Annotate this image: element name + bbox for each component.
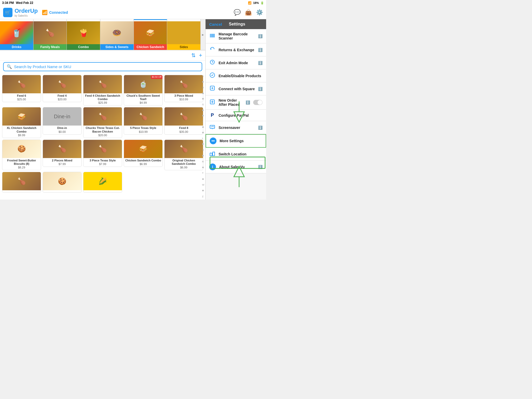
svg-rect-6: [214, 34, 215, 37]
category-label-combo: Combo: [67, 44, 100, 50]
settings-item-more-settings[interactable]: More Settings: [206, 134, 266, 148]
settings-title: Settings: [229, 22, 245, 27]
returns-info-icon[interactable]: ℹ️: [258, 48, 262, 52]
category-tabs: 🥤 Drinks 🍗 Family Meals 🍟 Combo 🍩: [0, 19, 205, 50]
settings-item-switch-location[interactable]: Switch Location: [206, 148, 266, 161]
svg-rect-17: [213, 152, 215, 156]
product-card-xl-chicken[interactable]: 🥪 XL Chicken Sandwich Combo $9.99: [2, 107, 41, 138]
app-subtitle: by SalesVu: [15, 14, 38, 17]
product-card-chicken-sandwich-combo[interactable]: 🥪 Chicken Sandwich Combo $6.99: [124, 140, 163, 170]
category-tab-sides-sweets[interactable]: 🍩 Sides & Sweets: [100, 19, 134, 50]
category-tab-sides[interactable]: Sides: [167, 19, 201, 50]
about-info-icon[interactable]: ℹ️: [258, 165, 262, 169]
returns-label: Returns & Exchange: [219, 48, 255, 52]
svg-rect-5: [214, 34, 214, 37]
svg-point-15: [214, 140, 215, 141]
product-card-2piece-mixed[interactable]: 🍗 2 Pieces Mixed $7.99: [43, 140, 82, 170]
product-card-frosted-biscuits[interactable]: 🍪 Frosted Sweet-Butter Biscuits (8) $8.2…: [2, 140, 41, 170]
logo-area: 🛒 OrderUp by SalesVu: [3, 8, 38, 17]
product-card-dine-in[interactable]: Dine-in Dine-in $0.00: [43, 107, 82, 138]
enable-products-label: Enable/Disable Products: [219, 74, 262, 78]
status-bar: 3:34 PM Wed Feb 22 📶 18% 🔋: [0, 0, 266, 6]
app-name: OrderUp: [15, 8, 38, 14]
paypal-icon: P: [209, 113, 215, 118]
settings-item-about[interactable]: i About SalesVu ℹ️: [206, 161, 266, 173]
product-card-feed4[interactable]: 🍗 Feed 4 $20.00: [43, 75, 82, 106]
svg-marker-7: [211, 48, 212, 50]
product-card-3piece-texas[interactable]: 🍗 3 Piece Texas Style $7.99: [83, 140, 122, 170]
left-panel: 🥤 Drinks 🍗 Family Meals 🍟 Combo 🍩: [0, 19, 205, 200]
product-card-extra1[interactable]: 🍗: [2, 172, 41, 193]
battery-display: 18%: [253, 1, 259, 4]
screensaver-icon: [209, 124, 215, 131]
category-tab-chicken-sandwich[interactable]: 🥪 Chicken Sandwich: [134, 19, 167, 50]
new-order-toggle[interactable]: [253, 100, 262, 105]
settings-item-exit-admin[interactable]: Exit Admin Mode ℹ️: [206, 56, 266, 69]
barcode-info-icon[interactable]: ℹ️: [258, 34, 262, 38]
switch-location-label: Switch Location: [219, 152, 262, 156]
connection-status: 📶 Connected: [42, 10, 68, 15]
category-label-sides: Sides: [167, 44, 200, 50]
settings-item-returns[interactable]: Returns & Exchange ℹ️: [206, 43, 266, 56]
chat-icon[interactable]: 💬: [234, 9, 241, 16]
connect-square-icon: [209, 85, 215, 92]
category-tab-combo[interactable]: 🍟 Combo: [67, 19, 100, 50]
wallet-icon[interactable]: 👜: [245, 9, 252, 16]
settings-list: Manage Barcode Scanner ℹ️ Returns & Exch…: [206, 29, 266, 200]
svg-point-14: [213, 140, 214, 141]
svg-rect-1: [211, 34, 211, 37]
paypal-label: Configure PayPal: [219, 113, 262, 117]
main-layout: 🥤 Drinks 🍗 Family Meals 🍟 Combo 🍩: [0, 19, 266, 200]
add-product-button[interactable]: +: [199, 52, 202, 59]
new-order-info-icon[interactable]: ℹ️: [246, 100, 250, 104]
product-card-original-chicken[interactable]: 🍗 Original Chicken Sandwich Combo $6.99: [164, 140, 203, 170]
search-bar: 🔍: [0, 61, 205, 73]
product-card-feed4-chicken[interactable]: 🍗 Feed 4 Chicken Sandwich Combo $25.99: [83, 75, 122, 106]
product-badge: $0.50 Off: [151, 75, 162, 79]
product-card-chucks-southern[interactable]: 🍵 $0.50 Off Chuck's Southern Sweet Tea® …: [124, 75, 163, 106]
connected-label: Connected: [49, 10, 68, 15]
category-tab-family-meals[interactable]: 🍗 Family Meals: [34, 19, 67, 50]
product-card-chucks-three[interactable]: 🍗 Chucks Three Texas Cut-Bacon Chicken $…: [83, 107, 122, 138]
battery-icon: 🔋: [260, 1, 264, 5]
svg-rect-0: [210, 34, 211, 37]
product-card-feed6[interactable]: 🍗 Feed 6 $25.00: [2, 75, 41, 106]
gear-icon[interactable]: ⚙️: [256, 9, 263, 16]
returns-icon: [209, 46, 215, 53]
new-order-label: New Order After Placed: [219, 98, 242, 107]
search-icon: 🔍: [7, 64, 12, 69]
about-label: About SalesVu: [219, 165, 255, 169]
exit-admin-icon: [209, 59, 215, 66]
connect-square-info-icon[interactable]: ℹ️: [258, 87, 262, 91]
exit-admin-info-icon[interactable]: ℹ️: [258, 61, 262, 65]
screensaver-label: Screensaver: [219, 126, 255, 130]
svg-rect-16: [210, 153, 212, 156]
enable-products-icon: [209, 72, 215, 79]
settings-item-connect-square[interactable]: Connect with Square ℹ️: [206, 82, 266, 95]
time-display: 3:34 PM: [2, 1, 14, 5]
product-card-5piece-texas[interactable]: 🍗 5 Piece Texas Style $10.99: [124, 107, 163, 138]
product-card-extra2[interactable]: 🍪: [43, 172, 82, 193]
product-card-extra3[interactable]: 🌽: [83, 172, 122, 193]
search-input[interactable]: [14, 64, 199, 69]
cancel-button[interactable]: Cancel: [209, 22, 222, 27]
about-icon: i: [209, 163, 216, 170]
date-display: Wed Feb 22: [16, 1, 33, 5]
category-tab-drinks[interactable]: 🥤 Drinks: [0, 19, 34, 50]
settings-item-enable-products[interactable]: Enable/Disable Products: [206, 69, 266, 82]
product-card-3piece-mixed[interactable]: 🍗 3 Piece Mixed $10.99: [164, 75, 203, 106]
wifi-icon: 📶: [248, 1, 252, 5]
settings-item-screensaver[interactable]: Screensaver ℹ️: [206, 121, 266, 134]
category-label-sides-sweets: Sides & Sweets: [100, 44, 134, 50]
svg-rect-2: [211, 34, 212, 37]
search-input-wrap: 🔍: [3, 62, 202, 71]
app-name-area: OrderUp by SalesVu: [15, 8, 38, 17]
settings-item-paypal[interactable]: P Configure PayPal: [206, 110, 266, 121]
more-settings-label: More Settings: [220, 139, 262, 143]
sort-button[interactable]: ⇅: [191, 52, 196, 58]
settings-item-barcode[interactable]: Manage Barcode Scanner ℹ️: [206, 29, 266, 43]
settings-item-new-order[interactable]: New Order After Placed ℹ️: [206, 95, 266, 110]
product-card-feed8[interactable]: 🍗 Feed 8 $35.00: [164, 107, 203, 138]
category-label-chicken: Chicken Sandwich: [134, 44, 167, 50]
screensaver-info-icon[interactable]: ℹ️: [258, 126, 262, 130]
